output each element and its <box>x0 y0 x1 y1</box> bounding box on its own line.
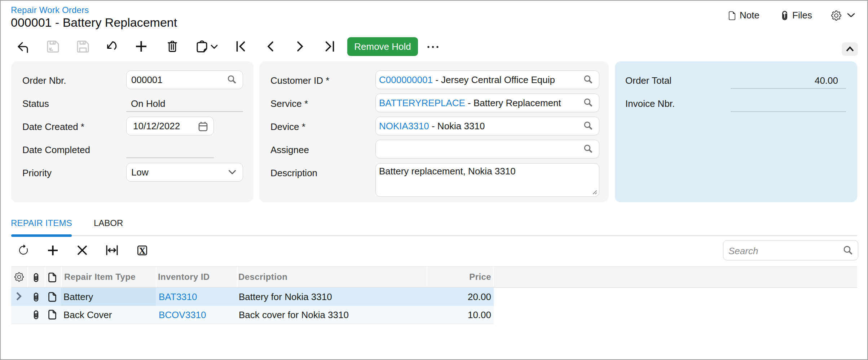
svg-text:X: X <box>139 246 146 255</box>
